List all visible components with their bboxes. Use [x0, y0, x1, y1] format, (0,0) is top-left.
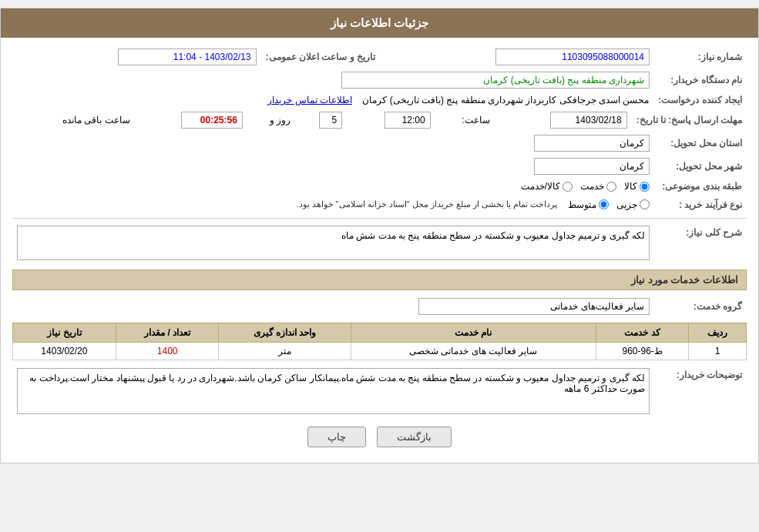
noe-motavasset-label: متوسط	[568, 199, 596, 210]
mohlat-tarikh-cell: 1403/02/18	[495, 109, 632, 132]
tabaqe-khedmat[interactable]: خدمت	[580, 181, 616, 192]
col-tarikh: تاریخ نیاز	[13, 323, 116, 343]
col-tedad: تعداد / مقدار	[116, 323, 219, 343]
noe-farayand-radio-group: جزیی متوسط پرداخت تمام یا بخشی از مبلغ خ…	[17, 198, 650, 211]
toseeh-value-cell: لکه گیری و ترمیم جداول معیوب و شکسته در …	[12, 365, 654, 417]
rooz-label: روز و	[270, 115, 291, 125]
etelaat-tamas-link[interactable]: اطلاعات تماس خریدار	[267, 95, 352, 105]
noe-farayand-note: پرداخت تمام یا بخشی از مبلغ خریداز محل "…	[293, 198, 560, 211]
grooh-label: گروه خدمت:	[654, 295, 747, 318]
mohlat-label: مهلت ارسال پاسخ: تا تاریخ:	[632, 109, 747, 132]
info-table-sharh: شرح کلی نیاز: لکه گیری و ترمیم جداول معی…	[12, 223, 747, 263]
shahr-value-cell: کرمان	[12, 155, 654, 178]
page-header: جزئیات اطلاعات نیاز	[1, 8, 758, 38]
shahr-value: کرمان	[534, 158, 650, 175]
sharh-value-cell: لکه گیری و ترمیم جداول معیوب و شکسته در …	[12, 223, 654, 263]
noe-jozei-label: جزیی	[616, 199, 637, 210]
tarikh-saet-label: تاریخ و ساعت اعلان عمومی:	[266, 52, 375, 62]
mohlat-saat-label-cell: ساعت:	[435, 109, 495, 132]
tabaqe-radio-group: کالا خدمت کالا/خدمت	[17, 181, 650, 192]
tarikh-saet-value-cell: 1403/02/13 - 11:04	[12, 45, 261, 69]
ostan-value-cell: کرمان	[12, 132, 654, 155]
divider1	[12, 218, 747, 219]
grooh-value: سایر فعالیت‌های خدماتی	[418, 298, 650, 315]
sharh-label: شرح کلی نیاز:	[654, 223, 747, 263]
noe-farayand-options-cell: جزیی متوسط پرداخت تمام یا بخشی از مبلغ خ…	[12, 195, 654, 214]
info-table-grooh: گروه خدمت: سایر فعالیت‌های خدماتی	[12, 295, 747, 318]
tabaqe-label: طبقه بندی موضوعی:	[654, 178, 747, 195]
noe-motavasset[interactable]: متوسط	[568, 199, 609, 210]
noe-jozei[interactable]: جزیی	[616, 199, 650, 210]
page-title: جزئیات اطلاعات نیاز	[331, 16, 428, 29]
nam-dastgah-label: نام دستگاه خریدار:	[654, 69, 747, 92]
mohlat-saat-value: 12:00	[385, 112, 431, 129]
rooz-value-cell: 5	[295, 109, 347, 132]
tarikh-saet-value-box: 1403/02/13 - 11:04	[118, 49, 257, 65]
shomare-niaz-value-box: 1103095088000014	[495, 49, 650, 65]
info-table-row1: شماره نیاز: 1103095088000014 تاریخ و ساع…	[12, 45, 747, 69]
toseeh-textarea[interactable]: لکه گیری و ترمیم جداول معیوب و شکسته در …	[17, 368, 650, 414]
noe-jozei-radio[interactable]	[640, 199, 650, 209]
saat-mande-label-cell: ساعت باقی مانده	[12, 109, 135, 132]
tabaqe-kala-label: کالا	[624, 181, 637, 192]
mohlat-saat-value-cell: 12:00	[347, 109, 435, 132]
service-table: ردیف کد خدمت نام خدمت واحد اندازه گیری ت…	[12, 323, 747, 360]
info-table-row6: طبقه بندی موضوعی: کالا خدمت	[12, 178, 747, 195]
info-table-row5: استان محل تحویل: کرمان شهر محل تحویل: کر…	[12, 132, 747, 178]
col-vahed: واحد اندازه گیری	[219, 323, 351, 343]
table-row: 1ط-96-960سایر فعالیت های خدماتی شخصیمتر1…	[13, 343, 747, 360]
info-table-row4: مهلت ارسال پاسخ: تا تاریخ: 1403/02/18 سا…	[12, 109, 747, 132]
info-table-row3: ایجاد کننده درخواست: محسن اسدی جرجافکی ک…	[12, 92, 747, 109]
rooz-label-cell: روز و	[247, 109, 296, 132]
tabaqe-kala[interactable]: کالا	[624, 181, 650, 192]
service-table-body: 1ط-96-960سایر فعالیت های خدماتی شخصیمتر1…	[13, 343, 747, 360]
ostan-value: کرمان	[534, 135, 650, 152]
rooz-value: 5	[319, 112, 342, 129]
saat-label: ساعت:	[462, 115, 489, 125]
ijad-konande-value: محسن اسدی جرجافکی کاربرداز شهرداری منطقه…	[362, 95, 649, 105]
sharh-textarea[interactable]: لکه گیری و ترمیم جداول معیوب و شکسته در …	[17, 226, 650, 260]
shahr-label: شهر محل تحویل:	[654, 155, 747, 178]
col-kod: کد خدمت	[596, 323, 688, 343]
noe-farayand-label: نوع فرآیند خرید :	[654, 195, 747, 214]
shomare-niaz-label: شماره نیاز:	[654, 45, 747, 69]
tabaqe-kala-radio[interactable]	[640, 182, 650, 192]
bazgasht-button[interactable]: بازگشت	[377, 427, 452, 447]
section-khadamat-title: اطلاعات خدمات مورد نیاز	[12, 269, 747, 290]
tabaqe-kala-khedmat[interactable]: کالا/خدمت	[521, 181, 573, 192]
ostan-label: استان محل تحویل:	[654, 132, 747, 155]
saat-mande-label: ساعت باقی مانده	[62, 115, 130, 125]
ijad-konande-value-cell: محسن اسدی جرجافکی کاربرداز شهرداری منطقه…	[12, 92, 653, 109]
col-radif: ردیف	[689, 323, 747, 343]
col-nam: نام خدمت	[351, 323, 596, 343]
tabaqe-options-cell: کالا خدمت کالا/خدمت	[12, 178, 654, 195]
tabaqe-khedmat-label: خدمت	[580, 181, 604, 192]
nam-dastgah-value: شهرداری منطقه پنج (بافت تاریخی) کرمان	[341, 72, 650, 89]
button-row: بازگشت چاپ	[12, 417, 747, 455]
info-table-row2: نام دستگاه خریدار: شهرداری منطقه پنج (با…	[12, 69, 747, 92]
grooh-value-cell: سایر فعالیت‌های خدماتی	[12, 295, 654, 318]
info-table-toseeh: توضیحات خریدار: لکه گیری و ترمیم جداول م…	[12, 365, 747, 417]
saat-mande-value: 00:25:56	[181, 112, 243, 129]
tarikh-label-cell: تاریخ و ساعت اعلان عمومی:	[261, 45, 380, 69]
mohlat-tarikh-value: 1403/02/18	[550, 112, 627, 129]
chap-button[interactable]: چاپ	[307, 427, 366, 447]
ijad-konande-label: ایجاد کننده درخواست:	[653, 92, 747, 109]
nam-dastgah-value-cell: شهرداری منطقه پنج (بافت تاریخی) کرمان	[12, 69, 654, 92]
toseeh-label: توضیحات خریدار:	[654, 365, 747, 417]
saat-mande-value-cell: 00:25:56	[135, 109, 247, 132]
shomare-niaz-value: 1103095088000014	[380, 45, 654, 69]
info-table-row7: نوع فرآیند خرید : جزیی متوسط پرداخت تمام…	[12, 195, 747, 214]
tabaqe-khedmat-radio[interactable]	[606, 182, 616, 192]
noe-motavasset-radio[interactable]	[599, 199, 609, 209]
tabaqe-kala-khedmat-label: کالا/خدمت	[521, 181, 560, 192]
page-wrapper: جزئیات اطلاعات نیاز شماره نیاز: 11030950…	[0, 8, 759, 463]
content-area: شماره نیاز: 1103095088000014 تاریخ و ساع…	[1, 38, 758, 463]
tabaqe-kala-khedmat-radio[interactable]	[563, 182, 573, 192]
